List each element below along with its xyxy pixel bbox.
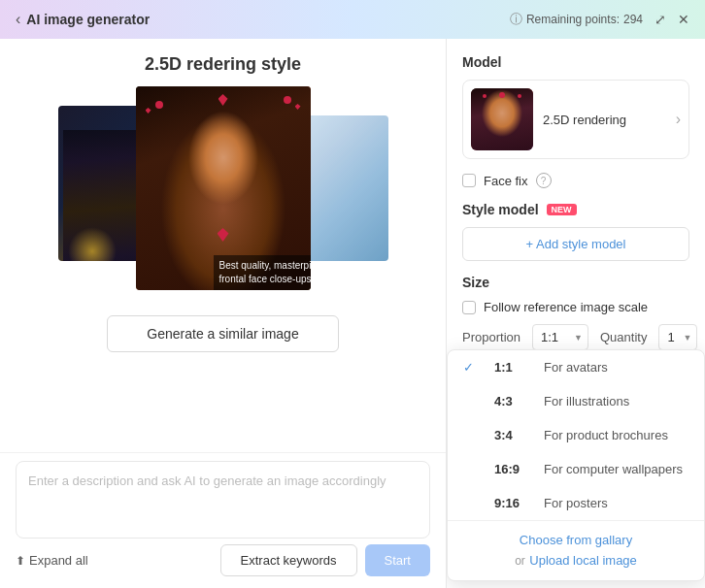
quantity-select-wrapper: 1 2 4 [658,324,697,350]
proportion-select-wrapper: 1:1 4:3 3:4 16:9 9:16 [532,324,588,350]
model-section-label: Model [462,54,689,70]
model-card[interactable]: 2.5D rendering › [462,80,689,159]
add-style-model-button[interactable]: + Add style model [462,227,689,261]
top-bar-left: ‹ AI image generator [16,11,150,28]
dropdown-item-1-1[interactable]: ✓ 1:1 For avatars [448,350,704,384]
remaining-points: ⓘ Remaining points: 294 [510,11,643,28]
proportion-row: Proportion 1:1 4:3 3:4 16:9 9:16 Quantit… [462,324,689,350]
start-button[interactable]: Start [365,544,430,576]
top-bar-right: ⓘ Remaining points: 294 ⤢ ✕ [510,11,689,28]
chevron-right-icon: › [676,111,681,128]
top-bar: ‹ AI image generator ⓘ Remaining points:… [0,0,705,39]
collage-caption: Best quality, masterpieces, details, fro… [214,255,311,290]
dropdown-item-9-16[interactable]: ✓ 9:16 For posters [448,486,704,520]
info-circle-icon: ⓘ [510,11,522,28]
image-section: 2.5D redering style [0,39,446,452]
prompt-textarea-wrapper[interactable]: Enter a description and ask AI to genera… [16,461,430,539]
main-layout: 2.5D redering style [0,39,705,588]
new-badge: NEW [547,204,577,215]
back-button[interactable]: ‹ [16,11,20,28]
follow-scale-row: Follow reference image scale [462,300,689,314]
dropdown-item-4-3[interactable]: ✓ 4:3 For illustrations [448,384,704,418]
image-title: 2.5D redering style [145,54,301,75]
desc-16-9: For computer wallpapers [544,462,683,476]
expand-all-label: Expand all [29,553,88,568]
text-area-actions: ⬆ Expand all Extract keywords Start [16,539,430,576]
remaining-count: 294 [623,13,643,26]
ratio-4-3: 4:3 [494,394,528,408]
dropdown-item-3-4[interactable]: ✓ 3:4 For product brochures [448,418,704,452]
style-model-row: Style model NEW [462,202,689,217]
desc-3-4: For product brochures [544,428,668,442]
image-collage: Best quality, masterpieces, details, fro… [58,86,388,300]
ratio-3-4: 3:4 [494,428,528,442]
desc-4-3: For illustrations [544,394,629,408]
quantity-label: Quantity [600,330,647,344]
ratio-16-9: 16:9 [494,462,528,476]
proportion-label: Proportion [462,330,520,344]
face-fix-row: Face fix ? [462,173,689,188]
model-thumb-crown [499,92,505,98]
extract-keywords-button[interactable]: Extract keywords [220,544,357,576]
face-fix-checkbox[interactable] [462,174,476,187]
dropdown-bottom: Choose from gallary or Upload local imag… [448,520,704,580]
right-panel: Model 2.5D rendering › Face fix ? [447,39,705,588]
model-name: 2.5D rendering [543,113,626,127]
model-thumbnail [471,88,533,150]
action-buttons: Extract keywords Start [220,544,430,576]
left-panel: 2.5D redering style [0,39,447,588]
desc-1-1: For avatars [544,360,608,375]
face-fix-label: Face fix [484,174,528,188]
choose-from-gallery-link[interactable]: Choose from gallary [463,533,688,547]
expand-icon: ⬆ [16,554,25,568]
text-input-section: Enter a description and ask AI to genera… [0,452,446,588]
desc-9-16: For posters [544,496,608,510]
prompt-placeholder: Enter a description and ask AI to genera… [28,474,386,488]
generate-similar-button[interactable]: Generate a similar image [107,315,338,352]
proportion-select[interactable]: 1:1 4:3 3:4 16:9 9:16 [532,324,588,350]
check-icon: ✓ [463,360,479,375]
or-label: or [515,554,525,568]
app-title: AI image generator [26,12,150,27]
ratio-9-16: 9:16 [494,496,528,510]
close-button[interactable]: ✕ [678,12,689,27]
help-icon[interactable]: ? [536,173,552,188]
dropdown-item-16-9[interactable]: ✓ 16:9 For computer wallpapers [448,452,704,486]
upload-local-link[interactable]: Upload local image [529,553,637,568]
remaining-label: Remaining points: [526,13,620,26]
expand-all-button[interactable]: ⬆ Expand all [16,553,88,568]
model-info: 2.5D rendering [533,111,676,128]
quantity-select[interactable]: 1 2 4 [658,324,697,350]
maximize-button[interactable]: ⤢ [655,12,666,27]
follow-scale-checkbox[interactable] [462,301,476,314]
ratio-1-1: 1:1 [494,360,528,375]
follow-scale-label: Follow reference image scale [484,300,648,314]
style-model-label: Style model [462,202,539,217]
proportion-dropdown: ✓ 1:1 For avatars ✓ 4:3 For illustration… [447,349,705,581]
collage-image-center: Best quality, masterpieces, details, fro… [136,86,311,290]
size-section: Size Follow reference image scale Propor… [462,275,689,350]
size-label: Size [462,275,689,290]
